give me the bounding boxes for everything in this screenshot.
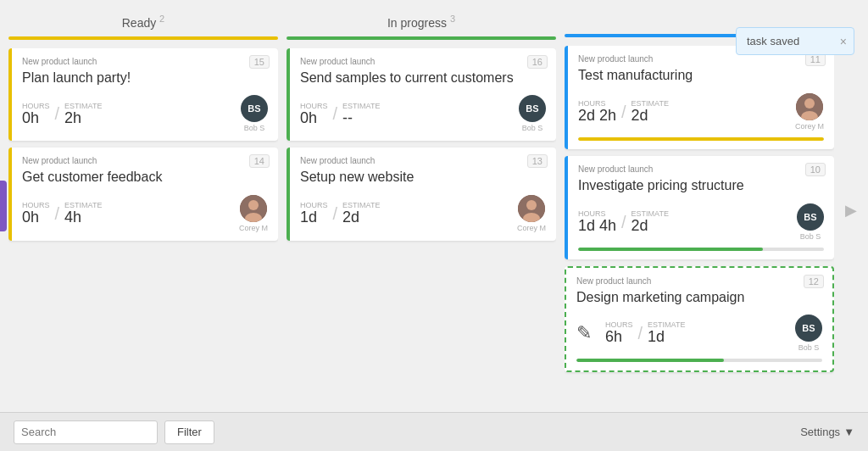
card-12-project: New product launch <box>576 276 822 286</box>
card-14-hours-value: 0h <box>22 209 39 226</box>
card-13-project: New product launch <box>300 156 546 165</box>
card-16-footer: Hours 0h / Estimate -- BS Bob S <box>300 95 546 132</box>
card-12-id: 12 <box>804 275 824 288</box>
svg-point-4 <box>526 200 537 210</box>
drag-cursor-icon: ✎ <box>576 322 592 344</box>
column-inprogress-bar <box>287 36 556 40</box>
card-10[interactable]: New product launch Investigate pricing s… <box>565 156 834 259</box>
card-11-hours-value: 2d 2h <box>578 108 616 125</box>
card-15-title: Plan launch party! <box>22 70 268 87</box>
settings-link[interactable]: Settings ▼ <box>800 426 854 438</box>
card-12-hours-value: 6h <box>605 329 622 346</box>
card-13-avatar-name: Corey M <box>517 224 546 232</box>
card-15-avatar-name: Bob S <box>244 124 265 132</box>
card-12-avatar-name: Bob S <box>798 343 820 352</box>
card-10-progress-fill <box>578 248 763 251</box>
column-inprogress-count: 3 <box>450 14 455 24</box>
kanban-board: task saved × Ready 2 New product launch … <box>0 0 868 412</box>
card-13-avatar: Corey M <box>517 195 546 232</box>
card-14-footer: Hours 0h / Estimate 4h <box>22 195 268 232</box>
card-13-divider: / <box>333 205 338 222</box>
card-12-progress-fill <box>576 359 724 362</box>
card-15-id: 15 <box>249 55 270 69</box>
card-11-hours: Hours 2d 2h / Estimate 2d <box>578 99 669 125</box>
card-11[interactable]: New product launch Test manufacturing 11… <box>565 46 834 149</box>
settings-label: Settings <box>800 426 840 438</box>
right-arrow-button[interactable]: ▶ <box>843 8 860 412</box>
card-16-id: 16 <box>527 55 548 69</box>
card-11-estimate-value: 2d <box>632 108 648 125</box>
column-inprogress-header: In progress 3 <box>287 8 556 36</box>
card-12-estimate-value: 1d <box>648 329 665 346</box>
card-12[interactable]: New product launch Design marketing camp… <box>565 266 834 373</box>
toast-notification: task saved × <box>736 27 854 55</box>
card-14-avatar: Corey M <box>239 195 268 232</box>
card-11-project: New product launch <box>578 54 824 64</box>
card-14-avatar-circle <box>240 195 267 222</box>
card-10-estimate-value: 2d <box>632 218 648 235</box>
card-13[interactable]: New product launch Setup new website 13 … <box>287 148 556 241</box>
toast-close-button[interactable]: × <box>840 35 847 48</box>
card-10-divider: / <box>621 214 626 231</box>
card-11-title: Test manufacturing <box>578 67 824 85</box>
card-10-project: New product launch <box>578 164 824 174</box>
card-13-estimate-value: 2d <box>342 209 359 226</box>
card-15-avatar: BS Bob S <box>241 95 268 132</box>
card-10-avatar-circle: BS <box>797 203 824 231</box>
card-13-title: Setup new website <box>300 169 546 187</box>
card-14-id: 14 <box>249 154 270 168</box>
card-14[interactable]: New product launch Get customer feedback… <box>8 148 278 241</box>
card-14-estimate-value: 4h <box>64 209 81 226</box>
card-14-project: New product launch <box>22 156 268 165</box>
card-16-divider: / <box>333 105 338 122</box>
card-10-hours: Hours 1d 4h / Estimate 2d <box>578 209 669 235</box>
card-10-id: 10 <box>805 163 826 176</box>
card-10-title: Investigate pricing structure <box>578 177 824 195</box>
card-14-divider: / <box>55 205 60 222</box>
svg-point-7 <box>804 98 815 109</box>
card-13-avatar-circle <box>518 195 545 222</box>
left-column-indicator <box>0 181 7 231</box>
card-16[interactable]: New product launch Send samples to curre… <box>287 48 556 142</box>
column-ready: Ready 2 New product launch Plan launch p… <box>8 8 278 412</box>
card-16-avatar-name: Bob S <box>522 124 543 132</box>
card-12-title: Design marketing campaign <box>576 289 822 307</box>
card-12-avatar-circle: BS <box>795 315 822 342</box>
card-15[interactable]: New product launch Plan launch party! 15… <box>8 48 278 142</box>
card-15-footer: Hours 0h / Estimate 2h BS Bob S <box>22 95 268 132</box>
card-16-estimate-value: -- <box>342 110 353 127</box>
card-10-avatar: BS Bob S <box>797 203 824 241</box>
card-12-hours: Hours 6h / Estimate 1d <box>605 320 685 346</box>
column-ready-header: Ready 2 <box>8 8 278 36</box>
toast-message: task saved <box>747 35 799 47</box>
card-11-avatar-name: Corey M <box>795 122 824 131</box>
card-11-divider: / <box>621 103 626 120</box>
column-ready-cards: New product launch Plan launch party! 15… <box>8 48 278 412</box>
card-14-avatar-name: Corey M <box>239 224 268 232</box>
card-11-progress-bar <box>578 137 824 141</box>
column-inprogress: In progress 3 New product launch Send sa… <box>287 8 556 412</box>
filter-button[interactable]: Filter <box>164 420 214 444</box>
card-15-hours-value: 0h <box>22 110 39 127</box>
card-11-avatar: Corey M <box>795 93 824 131</box>
card-15-avatar-circle: BS <box>241 95 268 122</box>
card-14-hours: Hours 0h / Estimate 4h <box>22 201 102 226</box>
card-13-hours: Hours 1d / Estimate 2d <box>300 201 380 226</box>
svg-point-1 <box>248 200 259 210</box>
card-10-footer: Hours 1d 4h / Estimate 2d BS Bob S <box>578 203 824 241</box>
card-15-project: New product launch <box>22 57 268 66</box>
column-done: New product launch Test manufacturing 11… <box>565 8 834 412</box>
card-15-divider: / <box>55 105 60 122</box>
settings-arrow-icon: ▼ <box>843 426 854 438</box>
card-10-hours-value: 1d 4h <box>578 218 616 235</box>
card-12-avatar: BS Bob S <box>795 315 822 352</box>
column-ready-bar <box>8 36 278 40</box>
search-input[interactable] <box>14 420 158 444</box>
card-13-footer: Hours 1d / Estimate 2d <box>300 195 546 232</box>
card-11-footer: Hours 2d 2h / Estimate 2d <box>578 93 824 131</box>
card-15-estimate-value: 2h <box>64 110 81 127</box>
card-16-hours: Hours 0h / Estimate -- <box>300 102 380 127</box>
card-16-avatar-circle: BS <box>519 95 546 122</box>
card-10-progress-bar <box>578 248 824 251</box>
column-ready-count: 2 <box>159 14 164 24</box>
